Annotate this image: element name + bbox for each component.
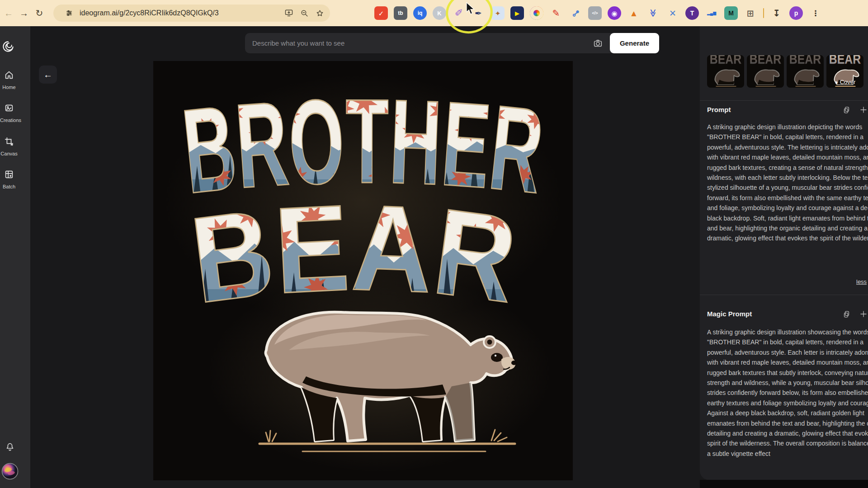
ext-red-pencil-icon[interactable]: ✎	[549, 6, 563, 20]
thumbnail-4-selected[interactable]: ★Cover	[826, 55, 863, 88]
sidebar: Home Creations Canvas Batch	[0, 26, 30, 488]
address-bar[interactable]: ideogram.ai/g/2cyc8RiCRIik6dzQ8QIGkQ/3	[53, 5, 330, 22]
less-link[interactable]: less	[856, 278, 867, 285]
sidebar-item-label: Batch	[0, 184, 18, 189]
extensions-row: ✓tbiqK✐✒✦▶✎⊶</>◉▲≫✕T▂▄▆M⊞↧p⋮	[374, 6, 822, 20]
sidebar-item-canvas[interactable]: Canvas	[0, 136, 18, 156]
magic-prompt-title: Magic Prompt	[707, 310, 752, 318]
browser-reload-icon[interactable]: ↻	[32, 5, 47, 21]
prompt-bar: Generate	[245, 33, 659, 53]
sidebar-item-batch[interactable]: Batch	[0, 169, 18, 189]
home-icon	[4, 74, 14, 81]
ideogram-logo[interactable]	[0, 40, 17, 55]
ext-image-fist-icon[interactable]: ✦	[491, 6, 505, 20]
ext-play-icon[interactable]: ▶	[510, 6, 524, 20]
zoom-out-icon[interactable]	[298, 7, 310, 19]
generate-button[interactable]: Generate	[610, 33, 659, 53]
prompt-input[interactable]	[245, 39, 590, 47]
sidebar-item-label: Creations	[0, 117, 18, 123]
ext-download-icon[interactable]: ↧	[770, 6, 783, 20]
prompt-section-header: Prompt	[707, 106, 868, 114]
add-prompt-icon[interactable]	[859, 106, 868, 116]
thumbnail-3[interactable]	[787, 55, 824, 88]
creations-icon	[4, 107, 14, 114]
user-avatar[interactable]	[1, 463, 19, 482]
ext-todoist-icon[interactable]: ✓	[374, 6, 388, 20]
ext-code-icon[interactable]: </>	[588, 6, 602, 20]
ext-chevrons-icon[interactable]: ≫	[646, 6, 660, 20]
ext-eye-icon[interactable]: ◉	[608, 6, 621, 20]
ext-blue-cross-icon[interactable]: ✕	[666, 6, 679, 20]
sidebar-item-label: Canvas	[0, 151, 18, 156]
svg-text:BEAR: BEAR	[184, 179, 524, 328]
bell-icon	[5, 446, 15, 453]
batch-icon	[4, 173, 14, 181]
browser-back-icon[interactable]: ←	[1, 5, 16, 21]
sidebar-item-creations[interactable]: Creations	[0, 103, 18, 123]
ext-t-icon[interactable]: T	[685, 6, 699, 20]
browser-forward-icon[interactable]: →	[16, 5, 32, 21]
copy-prompt-icon[interactable]	[843, 106, 850, 116]
thumbnail-2[interactable]	[747, 55, 784, 88]
generated-image[interactable]: BROTHER BEAR	[153, 61, 573, 480]
sidebar-item-label: Home	[0, 84, 18, 90]
panel-footer-gap	[700, 480, 868, 488]
prompt-body-text: A striking graphic design illustration d…	[707, 122, 868, 244]
browser-toolbar: ← → ↻ ideogram.ai/g/2cyc8RiCRIik6dzQ8QIG…	[0, 0, 868, 26]
ext-metamask-icon[interactable]: ▲	[627, 6, 641, 20]
ext-divider-icon[interactable]	[763, 8, 764, 18]
cover-badge: ★Cover	[826, 79, 863, 85]
back-button[interactable]: ←	[39, 66, 57, 84]
add-magic-prompt-icon[interactable]	[859, 310, 868, 320]
ext-k-icon[interactable]: K	[433, 6, 446, 20]
ext-tb-icon[interactable]: tb	[394, 6, 407, 20]
prompt-title: Prompt	[707, 106, 731, 113]
ext-iq-icon[interactable]: iq	[413, 6, 427, 20]
thumbnail-1[interactable]	[707, 55, 744, 88]
ext-purple-pen-icon[interactable]: ✐	[452, 6, 466, 20]
ext-color-wheel-icon[interactable]	[530, 6, 543, 20]
copy-magic-prompt-icon[interactable]	[843, 310, 850, 320]
ext-puzzle-icon[interactable]: ⊞	[744, 6, 757, 20]
site-info-icon[interactable]	[63, 7, 75, 19]
ext-menu-icon[interactable]: ⋮	[809, 6, 822, 20]
mouse-cursor	[466, 2, 476, 17]
magic-prompt-body-text: A striking graphic design illustration s…	[707, 327, 868, 459]
canvas-icon	[4, 140, 14, 148]
details-panel: BEAR ★Cover Prompt	[700, 26, 868, 480]
cover-star-icon: ★	[835, 80, 839, 85]
camera-icon[interactable]	[590, 35, 606, 52]
magic-prompt-section-header: Magic Prompt	[707, 310, 868, 318]
sidebar-item-home[interactable]: Home	[0, 70, 18, 90]
send-to-device-icon[interactable]	[283, 7, 295, 19]
ext-link-icon[interactable]: ⊶	[566, 4, 585, 23]
ext-m-icon[interactable]: M	[724, 6, 738, 20]
notifications-bell[interactable]	[1, 442, 19, 454]
ext-bars-icon[interactable]: ▂▄▆	[705, 6, 718, 20]
ext-profile-icon[interactable]: p	[789, 6, 803, 20]
bookmark-star-icon[interactable]	[314, 7, 326, 19]
url-text: ideogram.ai/g/2cyc8RiCRIik6dzQ8QIGkQ/3	[80, 9, 279, 17]
variant-thumbnails: ★Cover	[707, 55, 868, 88]
